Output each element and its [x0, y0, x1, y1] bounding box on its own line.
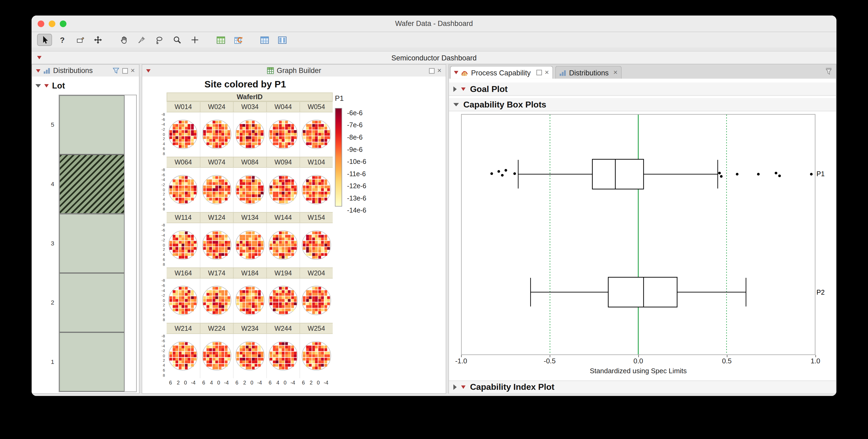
wafer-map-W224[interactable] — [200, 334, 234, 378]
wafer-map-W064[interactable] — [167, 168, 200, 212]
histogram-bar-lot-3[interactable] — [59, 214, 125, 273]
histogram-bar-lot-4[interactable] — [59, 154, 125, 214]
split-columns-button[interactable] — [275, 34, 289, 46]
graph-builder-icon — [267, 67, 274, 74]
dashboard-filter-icon[interactable] — [825, 68, 833, 76]
process-capability-red-triangle-menu[interactable] — [454, 71, 459, 74]
section-capability-box-plots[interactable]: Capability Box Plots — [449, 98, 836, 112]
grabber-tool-button[interactable] — [116, 34, 131, 46]
arrow-tool-button[interactable] — [37, 34, 52, 46]
legend-label: -14e-6 — [347, 207, 366, 214]
wafer-y-tick: -4 — [156, 289, 165, 293]
new-data-table-icon — [216, 35, 225, 45]
move-icon — [93, 35, 102, 45]
histogram-bar-lot-2[interactable] — [59, 273, 125, 332]
close-tab-icon[interactable]: ✕ — [545, 70, 549, 76]
tab-distributions[interactable]: Distributions ✕ — [555, 66, 622, 79]
wafer-map-W214[interactable] — [167, 334, 200, 378]
wafer-y-tick: -6 — [156, 228, 165, 233]
wafer-map-W194[interactable] — [266, 279, 300, 323]
histogram-axis-label: 4 — [43, 154, 54, 213]
box-plots-disclosure-icon[interactable] — [454, 103, 459, 106]
run-script-button[interactable] — [231, 34, 246, 46]
close-tab-icon[interactable]: ✕ — [613, 70, 618, 76]
wafer-map-W024[interactable] — [200, 113, 234, 157]
magnifier-tool-button[interactable] — [169, 34, 184, 46]
wafer-id-label: W024 — [200, 101, 233, 112]
wafer-map-W074[interactable] — [200, 168, 234, 212]
capability-box-plot[interactable] — [462, 115, 815, 354]
tab-bar: Process Capability ✕ Distributions ✕ — [449, 65, 836, 79]
wafer-y-tick: -6 — [156, 284, 165, 288]
wafer-map-W084[interactable] — [233, 168, 267, 212]
maximize-panel-icon[interactable] — [122, 68, 128, 74]
wafer-map-W254[interactable] — [300, 334, 333, 378]
minimize-window-button[interactable] — [49, 20, 55, 27]
index-plot-disclosure-icon[interactable] — [454, 384, 457, 390]
maximize-panel-icon[interactable] — [429, 68, 435, 74]
wafer-map-W034[interactable] — [233, 113, 267, 157]
tab-process-capability[interactable]: Process Capability ✕ — [450, 66, 553, 79]
pin-tool-button[interactable] — [134, 34, 149, 46]
lot-red-triangle-menu[interactable] — [44, 84, 49, 87]
wafer-map-W044[interactable] — [266, 113, 300, 157]
index-plot-red-triangle-menu[interactable] — [461, 385, 466, 389]
close-panel-icon[interactable]: ✕ — [437, 68, 442, 74]
legend-label: -12e-6 — [347, 182, 366, 190]
lot-histogram-axis: 54321 — [43, 95, 57, 391]
distributions-panel-header: Distributions ✕ — [32, 65, 139, 77]
lot-histogram[interactable] — [59, 95, 137, 392]
wafer-map-W144[interactable] — [266, 223, 300, 268]
dashboard-red-triangle-menu[interactable] — [37, 56, 42, 59]
magnifier-icon — [173, 35, 181, 45]
lasso-tool-button[interactable] — [152, 34, 167, 46]
filter-icon[interactable] — [112, 67, 120, 74]
wafer-map-W244[interactable] — [266, 334, 300, 378]
wafer-map-W054[interactable] — [300, 113, 333, 157]
wafer-map-W134[interactable] — [233, 223, 267, 268]
wafer-map-W114[interactable] — [167, 223, 200, 268]
wafer-map-W184[interactable] — [233, 279, 267, 323]
close-panel-icon[interactable]: ✕ — [130, 68, 135, 74]
data-table-button[interactable] — [257, 34, 272, 46]
wafer-y-tick: -8 — [156, 334, 165, 339]
section-capability-index-plot[interactable]: Capability Index Plot — [449, 380, 836, 394]
brush-tool-button[interactable] — [72, 34, 87, 46]
wafer-id-label: W194 — [266, 268, 299, 279]
lot-disclosure-icon[interactable] — [35, 84, 41, 87]
crosshair-icon — [190, 35, 199, 45]
wafer-y-tick: 6 — [156, 313, 165, 318]
graph-builder-red-triangle-menu[interactable] — [146, 69, 151, 72]
wafer-map-W234[interactable] — [233, 334, 267, 378]
box-plot-frame[interactable] — [461, 114, 816, 355]
app-window: Wafer Data - Dashboard ? — [32, 16, 836, 396]
wafer-map-W164[interactable] — [167, 279, 200, 323]
lot-section-header: Lot — [35, 81, 65, 90]
distributions-red-triangle-menu[interactable] — [36, 69, 41, 72]
crosshair-tool-button[interactable] — [187, 34, 202, 46]
histogram-bar-lot-5[interactable] — [59, 95, 125, 154]
legend-label: -13e-6 — [347, 194, 366, 202]
help-tool-button[interactable]: ? — [55, 34, 70, 46]
wafer-map-W124[interactable] — [200, 223, 234, 268]
wafer-map-W094[interactable] — [266, 168, 300, 212]
wafer-map-W104[interactable] — [300, 168, 333, 212]
maximize-tab-icon[interactable] — [536, 70, 542, 76]
move-tool-button[interactable] — [90, 34, 105, 46]
wafer-y-tick: -2 — [156, 293, 165, 298]
wafer-map-W204[interactable] — [300, 279, 333, 323]
histogram-bar-lot-1[interactable] — [59, 332, 125, 392]
section-goal-plot[interactable]: Goal Plot — [449, 83, 836, 96]
window-titlebar[interactable]: Wafer Data - Dashboard — [32, 16, 836, 32]
close-window-button[interactable] — [38, 20, 44, 27]
wafer-map-W174[interactable] — [200, 279, 234, 323]
wafer-id-label: W114 — [167, 212, 200, 223]
distributions-panel: Distributions ✕ Lot 54321 — [32, 64, 140, 394]
new-data-table-button[interactable] — [213, 34, 228, 46]
goal-plot-red-triangle-menu[interactable] — [461, 87, 466, 90]
zoom-window-button[interactable] — [60, 20, 66, 27]
wafer-map-W014[interactable] — [167, 113, 200, 157]
goal-plot-disclosure-icon[interactable] — [454, 86, 457, 92]
wafer-map-W154[interactable] — [300, 223, 333, 268]
wafer-y-tick: 2 — [156, 193, 165, 197]
